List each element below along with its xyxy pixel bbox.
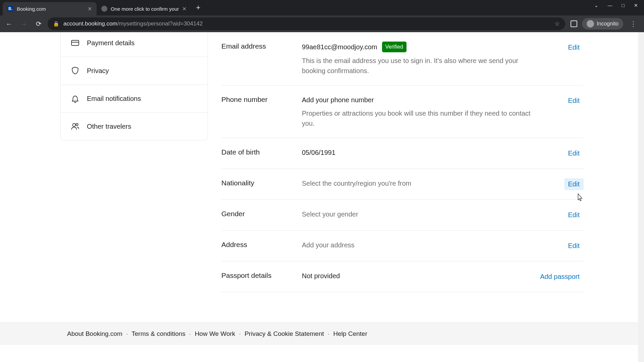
settings-sidebar: Payment details Privacy Email notificati… (60, 32, 208, 140)
page-viewport: Payment details Privacy Email notificati… (0, 32, 644, 362)
sidebar-item-label: Email notifications (87, 95, 141, 103)
edit-address-button[interactable]: Edit (564, 240, 584, 252)
extensions-icon[interactable] (571, 20, 577, 27)
tab-close-icon[interactable]: ✕ (182, 6, 186, 12)
content-wrap: Payment details Privacy Email notificati… (47, 32, 597, 292)
row-body: Select the country/region you're from (302, 178, 564, 190)
tab-title: Booking.com (17, 6, 84, 12)
favicon-icon: B. (7, 6, 13, 12)
row-dob: Date of birth 05/06/1991 Edit (221, 138, 584, 169)
sidebar-item-other-travelers[interactable]: Other travelers (61, 113, 208, 140)
nationality-value: Select the country/region you're from (302, 180, 411, 187)
incognito-badge[interactable]: Incognito (582, 18, 623, 29)
tab-title: One more click to confirm your (111, 6, 179, 12)
edit-phone-button[interactable]: Edit (564, 95, 584, 107)
scrollbar-track[interactable] (638, 32, 644, 362)
footer-link-privacy[interactable]: Privacy & Cookie Statement (245, 330, 324, 337)
maximize-icon[interactable]: □ (622, 3, 625, 8)
dob-value: 05/06/1991 (302, 149, 335, 156)
row-label: Nationality (221, 178, 302, 190)
page-footer: About Booking.com · Terms & conditions ·… (0, 322, 644, 345)
users-icon (71, 122, 79, 131)
browser-chrome: B. Booking.com ✕ One more click to confi… (0, 0, 644, 32)
bookmark-star-icon[interactable]: ☆ (554, 20, 560, 27)
svg-point-2 (72, 123, 75, 126)
back-button[interactable]: ← (3, 18, 15, 29)
footer-link-how-we-work[interactable]: How We Work (195, 330, 235, 337)
edit-email-button[interactable]: Edit (564, 42, 584, 53)
row-label: Phone number (221, 95, 302, 128)
row-body: Not provided (302, 271, 536, 283)
row-description: This is the email address you use to sig… (302, 56, 543, 76)
edit-nationality-button[interactable]: Edit (564, 178, 584, 190)
phone-value: Add your phone number (302, 95, 374, 105)
row-email: Email address 99ae81cc@moodjoy.com Verif… (221, 32, 584, 85)
tab-search-icon[interactable]: ⌄ (594, 3, 598, 8)
tab-strip: B. Booking.com ✕ One more click to confi… (0, 0, 644, 15)
window-controls: ⌄ — □ ✕ (594, 0, 644, 8)
edit-gender-button[interactable]: Edit (564, 209, 584, 221)
row-passport: Passport details Not provided Add passpo… (221, 261, 584, 292)
verified-badge: Verified (382, 42, 407, 52)
sidebar-item-label: Other travelers (87, 123, 131, 130)
row-address: Address Add your address Edit (221, 231, 584, 261)
kebab-menu-icon[interactable]: ⋮ (628, 20, 639, 28)
add-passport-button[interactable]: Add passport (536, 271, 584, 283)
row-phone: Phone number Add your phone number Prope… (221, 85, 584, 138)
browser-toolbar: ← → ⟳ 🔒 account.booking.com/mysettings/p… (0, 15, 644, 32)
new-tab-button[interactable]: + (191, 3, 205, 12)
url-text: account.booking.com/mysettings/personal?… (63, 20, 550, 27)
browser-tab[interactable]: One more click to confirm your ✕ (97, 2, 191, 15)
row-body: 05/06/1991 (302, 147, 564, 159)
tab-close-icon[interactable]: ✕ (88, 6, 92, 12)
sidebar-item-email-notifications[interactable]: Email notifications (61, 85, 208, 113)
row-body: Add your address (302, 240, 564, 252)
incognito-label: Incognito (597, 21, 619, 27)
browser-tab-active[interactable]: B. Booking.com ✕ (3, 2, 97, 15)
sidebar-item-label: Privacy (87, 67, 109, 75)
address-value: Add your address (302, 241, 355, 249)
row-label: Passport details (221, 271, 302, 283)
close-window-icon[interactable]: ✕ (634, 3, 638, 8)
row-label: Address (221, 240, 302, 252)
credit-card-icon (71, 39, 79, 47)
minimize-icon[interactable]: — (608, 3, 612, 8)
footer-link-help[interactable]: Help Center (333, 330, 367, 337)
favicon-icon (101, 6, 107, 12)
reload-button[interactable]: ⟳ (33, 18, 44, 29)
row-label: Date of birth (221, 147, 302, 159)
footer-link-terms[interactable]: Terms & conditions (131, 330, 185, 337)
incognito-icon (587, 20, 594, 27)
row-gender: Gender Select your gender Edit (221, 200, 584, 231)
toolbar-right: Incognito ⋮ (569, 18, 641, 29)
row-label: Gender (221, 209, 302, 221)
sidebar-item-privacy[interactable]: Privacy (61, 57, 208, 85)
edit-dob-button[interactable]: Edit (564, 147, 584, 159)
address-bar[interactable]: 🔒 account.booking.com/mysettings/persona… (48, 17, 565, 30)
row-body: 99ae81cc@moodjoy.com Verified This is th… (302, 42, 564, 76)
passport-value: Not provided (302, 272, 340, 280)
gender-value: Select your gender (302, 210, 358, 218)
forward-button: → (18, 18, 30, 29)
sidebar-item-label: Payment details (87, 39, 135, 47)
row-body: Add your phone number Properties or attr… (302, 95, 564, 128)
lock-icon[interactable]: 🔒 (53, 21, 59, 27)
svg-rect-0 (71, 40, 79, 45)
footer-links: About Booking.com · Terms & conditions ·… (47, 330, 597, 338)
row-description: Properties or attractions you book will … (302, 108, 543, 128)
email-value: 99ae81cc@moodjoy.com (302, 42, 377, 52)
bell-icon (71, 94, 79, 103)
footer-link-about[interactable]: About Booking.com (67, 330, 122, 337)
shield-icon (71, 66, 79, 75)
settings-main: Email address 99ae81cc@moodjoy.com Verif… (221, 32, 584, 292)
sidebar-item-payment[interactable]: Payment details (61, 32, 208, 57)
row-body: Select your gender (302, 209, 564, 221)
svg-point-3 (76, 123, 78, 126)
row-label: Email address (221, 42, 302, 76)
row-nationality: Nationality Select the country/region yo… (221, 169, 584, 200)
